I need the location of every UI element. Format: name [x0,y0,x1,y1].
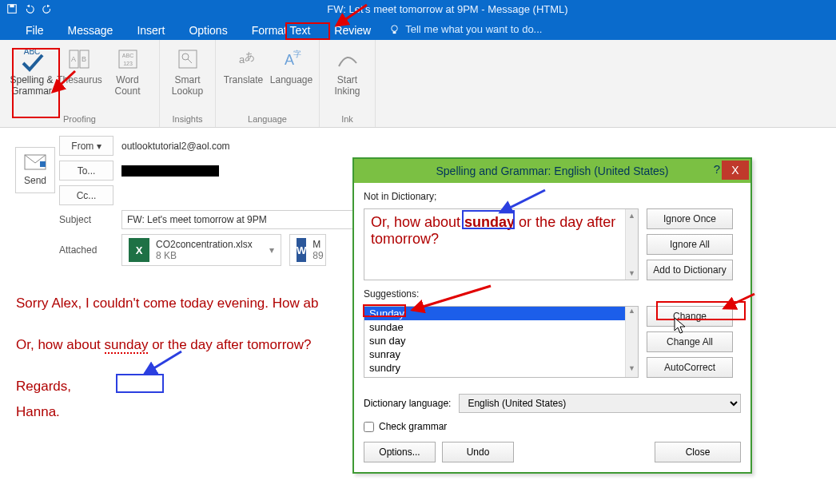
scroll-up-icon[interactable]: ▲ [626,209,638,222]
ribbon: ABC Spelling & Grammar AB Thesaurus ABC1… [0,40,836,128]
smart-lookup-icon [174,46,201,73]
change-button[interactable]: Change [647,306,733,327]
ignore-once-button[interactable]: Ignore Once [647,208,733,229]
undo-icon[interactable] [24,3,35,17]
svg-text:A: A [70,55,75,63]
suggestions-list[interactable]: Sunday sundae sun day sunray sundry ▲ ▼ [364,306,639,378]
dictionary-language-label: Dictionary language: [364,398,451,409]
change-all-button[interactable]: Change All [647,331,733,352]
scroll-up-icon[interactable]: ▲ [626,307,638,319]
body-line-2a: Or, how about [16,337,105,352]
from-value: outlooktutorial2@aol.com [121,141,230,152]
svg-text:あ: あ [245,50,255,62]
body-line-1: Sorry Alex, I couldn't come today evenin… [16,296,318,311]
spelling-grammar-dialog: Spelling and Grammar: English (United St… [352,157,752,474]
tab-format-text[interactable]: Format Text [242,19,320,40]
svg-rect-3 [393,31,396,34]
autocorrect-button[interactable]: AutoCorrect [647,357,733,378]
suggestion-item[interactable]: sundae [364,320,638,334]
subject-label: Subject [59,214,121,225]
translate-button[interactable]: aあ Translate [220,44,268,87]
chevron-down-icon[interactable]: ▾ [269,244,274,256]
start-inking-button[interactable]: Start Inking [324,44,372,98]
svg-rect-1 [10,5,14,8]
to-button[interactable]: To... [59,161,113,181]
ignore-all-button[interactable]: Ignore All [647,234,733,255]
not-in-dictionary-box[interactable]: Or, how about sunday or the day after to… [364,208,639,280]
word-count-button[interactable]: ABC123 Word Count [104,44,152,98]
svg-text:B: B [81,55,86,63]
dialog-title: Spelling and Grammar: English (United St… [436,165,668,177]
dictionary-language-select[interactable]: English (United States) [459,394,741,413]
undo-button[interactable]: Undo [442,442,514,462]
attached-label: Attached [59,244,121,256]
scroll-down-icon[interactable]: ▼ [626,267,638,280]
suggestion-item[interactable]: sundry [364,361,638,375]
add-to-dictionary-button[interactable]: Add to Dictionary [647,260,733,280]
thesaurus-icon: AB [66,46,94,73]
thesaurus-button[interactable]: AB Thesaurus [56,44,104,87]
excel-icon: X [129,238,149,262]
spelling-label: Spelling & Grammar [10,73,53,97]
tab-file[interactable]: File [16,19,54,40]
translate-label: Translate [224,73,264,85]
svg-rect-20 [40,161,46,167]
suggestion-item[interactable]: sunray [364,347,638,361]
suggestion-item[interactable]: sun day [364,334,638,347]
word-count-icon: ABC123 [114,46,141,73]
help-icon[interactable]: ? [714,162,720,176]
body-misspelled-word[interactable]: sunday [105,337,149,354]
save-icon[interactable] [6,3,18,17]
send-button[interactable]: Send [15,147,55,193]
scroll-down-icon[interactable]: ▼ [626,364,638,377]
scrollbar[interactable]: ▲ ▼ [625,209,638,280]
lightbulb-icon [388,23,400,35]
group-insights: Insights [173,114,203,125]
tab-review[interactable]: Review [324,19,380,40]
check-grammar-checkbox[interactable] [364,422,374,432]
suggestion-item[interactable]: Sunday [364,307,638,320]
group-ink: Ink [341,114,353,125]
attachment-name: CO2concentration.xlsx [156,239,253,250]
tab-options[interactable]: Options [179,19,237,40]
spelling-icon: ABC [18,46,46,73]
body-signature: Hanna. [16,404,60,419]
svg-text:字: 字 [293,50,301,58]
attachment-size: 89 [313,250,323,261]
close-button[interactable]: Close [655,442,741,462]
smart-lookup-label: Smart Lookup [172,73,203,97]
svg-point-2 [392,26,398,32]
body-line-2c: or the day after tomorrow? [148,337,311,352]
group-proofing: Proofing [63,114,96,125]
from-button[interactable]: From ▾ [59,136,113,156]
language-icon: A字 [278,46,305,73]
ribbon-tabs: File Message Insert Options Format Text … [0,18,836,40]
smart-lookup-button[interactable]: Smart Lookup [164,44,212,98]
attachment-item[interactable]: X CO2concentration.xlsx 8 KB ▾ [121,234,281,266]
cursor-icon [674,317,688,335]
tab-insert[interactable]: Insert [127,19,174,40]
attachment-name: M [313,239,323,250]
tell-me-input[interactable]: Tell me what you want to do... [405,23,542,35]
language-button[interactable]: A字 Language [268,44,316,87]
svg-text:123: 123 [123,61,133,66]
to-value[interactable]: laura@example.com [121,165,219,177]
tab-message[interactable]: Message [58,19,123,40]
cc-button[interactable]: Cc... [59,185,113,205]
dialog-misspelled-word: sunday [464,214,515,230]
attachment-item[interactable]: W M 89 [289,234,326,266]
redo-icon[interactable] [42,3,53,17]
spelling-grammar-button[interactable]: ABC Spelling & Grammar [8,44,56,98]
word-icon: W [297,238,306,262]
scrollbar[interactable]: ▲ ▼ [625,307,638,377]
dialog-title-bar[interactable]: Spelling and Grammar: English (United St… [354,159,750,183]
envelope-icon [24,154,46,170]
check-grammar-label: Check grammar [379,421,447,432]
suggestions-label: Suggestions: [364,288,639,300]
svg-point-13 [182,54,189,60]
close-icon[interactable]: X [722,161,749,180]
options-button[interactable]: Options... [364,442,436,462]
attachment-size: 8 KB [156,250,253,261]
svg-text:ABC: ABC [23,47,40,56]
language-label: Language [270,73,313,85]
